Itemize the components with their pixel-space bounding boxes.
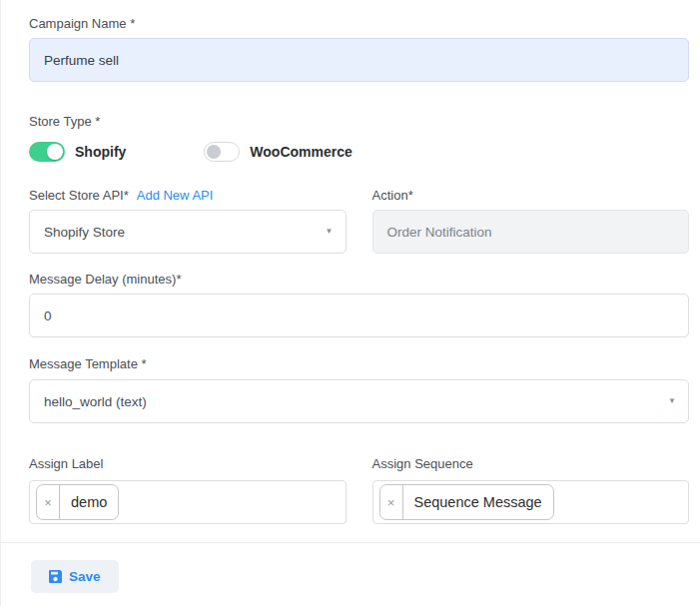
tag-remove-icon[interactable]: ×	[380, 485, 403, 519]
form-footer: Save	[1, 542, 700, 593]
message-delay-label: Message Delay (minutes)*	[29, 272, 689, 288]
woocommerce-toggle-group: WooCommerce	[204, 142, 351, 162]
store-type-label: Store Type *	[29, 114, 689, 130]
shopify-toggle-label: Shopify	[75, 144, 126, 160]
assign-label-section: Assign Label × demo	[29, 456, 347, 524]
message-delay-value: 0	[44, 308, 52, 323]
action-label: Action*	[372, 188, 690, 204]
action-input: Order Notification	[372, 210, 690, 254]
store-api-select[interactable]: Shopify Store ▼	[29, 210, 347, 254]
tag-remove-icon[interactable]: ×	[37, 485, 60, 519]
action-value: Order Notification	[387, 225, 492, 240]
store-type-section: Store Type * Shopify WooCommerce	[29, 114, 689, 162]
action-section: Action* Order Notification	[372, 188, 690, 254]
assign-row: Assign Label × demo Assign Sequence × Se…	[29, 456, 689, 524]
add-new-api-link[interactable]: Add New API	[137, 188, 214, 204]
assign-sequence-label: Assign Sequence	[372, 456, 690, 472]
campaign-name-section: Campaign Name * Perfume sell	[29, 16, 689, 82]
store-type-toggles: Shopify WooCommerce	[29, 142, 689, 162]
save-icon	[49, 570, 62, 583]
message-delay-section: Message Delay (minutes)* 0	[29, 272, 689, 337]
api-action-row: Select Store API* Add New API Shopify St…	[29, 188, 689, 254]
tag-chip-sequence-message: × Sequence Message	[379, 484, 554, 520]
message-delay-input[interactable]: 0	[29, 294, 689, 337]
tag-text: demo	[60, 485, 118, 519]
campaign-name-value: Perfume sell	[44, 53, 119, 68]
assign-label-label: Assign Label	[29, 456, 347, 472]
store-api-selected-value: Shopify Store	[44, 225, 125, 240]
chevron-down-icon: ▼	[668, 397, 676, 405]
toggle-knob	[207, 145, 221, 159]
store-api-label: Select Store API*	[29, 188, 129, 204]
tag-text: Sequence Message	[403, 485, 553, 519]
save-button[interactable]: Save	[31, 560, 119, 593]
form-content: Campaign Name * Perfume sell Store Type …	[1, 0, 700, 524]
campaign-name-input[interactable]: Perfume sell	[29, 38, 689, 82]
shopify-toggle[interactable]	[29, 142, 65, 162]
message-template-select[interactable]: hello_world (text) ▼	[29, 379, 689, 423]
store-api-section: Select Store API* Add New API Shopify St…	[29, 188, 347, 254]
assign-sequence-section: Assign Sequence × Sequence Message	[372, 456, 690, 524]
campaign-name-label: Campaign Name *	[29, 16, 689, 32]
message-template-label: Message Template *	[29, 356, 689, 372]
woocommerce-toggle[interactable]	[204, 142, 240, 162]
chevron-down-icon: ▼	[326, 228, 334, 236]
toggle-knob	[47, 144, 63, 160]
assign-label-input[interactable]: × demo	[29, 480, 347, 524]
campaign-form-card: Campaign Name * Perfume sell Store Type …	[0, 0, 700, 606]
assign-sequence-input[interactable]: × Sequence Message	[372, 480, 690, 524]
message-template-section: Message Template * hello_world (text) ▼	[29, 356, 689, 423]
woocommerce-toggle-label: WooCommerce	[250, 144, 351, 160]
shopify-toggle-group: Shopify	[29, 142, 126, 162]
store-api-label-line: Select Store API* Add New API	[29, 188, 347, 204]
message-template-selected-value: hello_world (text)	[44, 394, 147, 409]
tag-chip-demo: × demo	[36, 484, 119, 520]
save-button-label: Save	[69, 569, 101, 584]
